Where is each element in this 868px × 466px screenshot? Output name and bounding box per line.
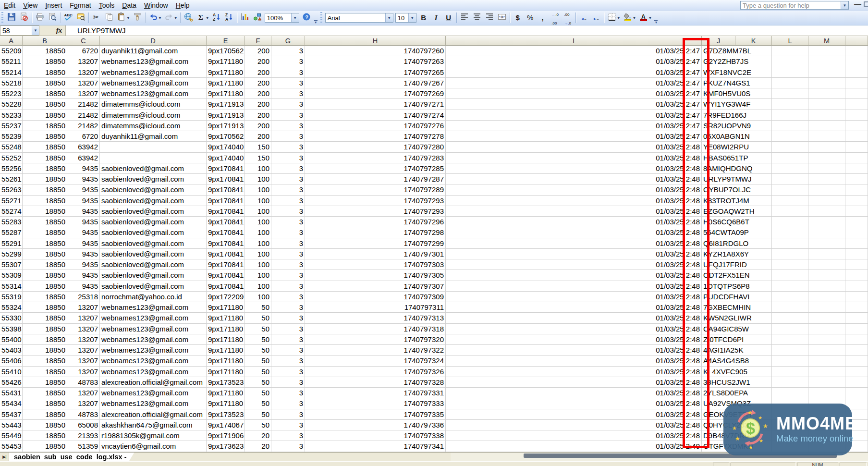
- cell-I[interactable]: 01/03/25 2:48: [446, 367, 702, 377]
- cell-empty[interactable]: [772, 217, 808, 227]
- cell-H[interactable]: 1740797338: [305, 430, 446, 441]
- cell-C[interactable]: 65008: [67, 420, 100, 430]
- cell-I[interactable]: 01/03/25 2:48: [446, 313, 702, 323]
- cell-D[interactable]: saobienloved@gmail.com: [100, 259, 207, 270]
- cell-C[interactable]: 13207: [67, 398, 100, 409]
- cell-I[interactable]: 01/03/25 2:47: [446, 110, 702, 121]
- cell-F[interactable]: 200: [245, 99, 271, 110]
- cell-B[interactable]: 18850: [23, 46, 67, 56]
- formula-input[interactable]: URLYP9TMWJ: [65, 25, 868, 36]
- cell-D[interactable]: webnames123@gmail.com: [100, 67, 207, 78]
- cell-F[interactable]: 100: [245, 227, 271, 238]
- cell-A[interactable]: 55211: [0, 56, 23, 67]
- cell-D[interactable]: saobienloved@gmail.com: [100, 281, 207, 292]
- cell-J[interactable]: URLYP9TMWJ: [702, 174, 772, 184]
- cell-I[interactable]: 01/03/25 2:47: [446, 99, 702, 110]
- cell-B[interactable]: 18850: [23, 131, 67, 142]
- cell-empty[interactable]: [845, 324, 868, 334]
- cell-J[interactable]: 564CWTA09P: [702, 227, 772, 238]
- cell-A[interactable]: 55437: [0, 409, 23, 420]
- cell-empty[interactable]: [845, 377, 868, 388]
- cell-D[interactable]: saobienloved@gmail.com: [100, 206, 207, 217]
- cell-H[interactable]: 1740797260: [305, 46, 446, 56]
- cell-C[interactable]: 9435: [67, 259, 100, 270]
- cell-J[interactable]: HBAS0651TP: [702, 153, 772, 163]
- cell-empty[interactable]: [845, 217, 868, 227]
- cell-J[interactable]: ODT2FX51EN: [702, 270, 772, 281]
- cell-C[interactable]: 13207: [67, 388, 100, 398]
- cell-H[interactable]: 1740797309: [305, 292, 446, 302]
- cell-G[interactable]: 3: [271, 302, 305, 313]
- cell-empty[interactable]: [845, 356, 868, 366]
- cell-empty[interactable]: [772, 249, 808, 259]
- cell-C[interactable]: 13207: [67, 313, 100, 323]
- cell-F[interactable]: 200: [245, 78, 271, 88]
- cell-empty[interactable]: [808, 270, 845, 281]
- cell-C[interactable]: 13207: [67, 334, 100, 345]
- cell-empty[interactable]: [772, 324, 808, 334]
- cell-B[interactable]: 18850: [23, 324, 67, 334]
- cell-J[interactable]: OYBUP7OLJC: [702, 184, 772, 195]
- chevron-down-icon[interactable]: ▼: [648, 16, 652, 20]
- cell-empty[interactable]: [808, 78, 845, 88]
- cell-D[interactable]: norrochmat@yahoo.co.id: [100, 292, 207, 302]
- cell-empty[interactable]: [845, 110, 868, 121]
- sheet-tab-active[interactable]: saobien_sub_use_code_log.xlsx -: [9, 453, 134, 461]
- cell-empty[interactable]: [845, 302, 868, 313]
- cell-A[interactable]: 55403: [0, 345, 23, 356]
- cell-D[interactable]: saobienloved@gmail.com: [100, 249, 207, 259]
- cell-J[interactable]: SR82UOPVN9: [702, 121, 772, 131]
- cell-empty[interactable]: [845, 163, 868, 174]
- menu-insert[interactable]: Insert: [41, 0, 66, 10]
- cell-C[interactable]: 21482: [67, 110, 100, 121]
- cell-D[interactable]: akashkhan6475@gmail.com: [100, 420, 207, 430]
- align-center-button[interactable]: [471, 12, 483, 24]
- cell-F[interactable]: 100: [245, 292, 271, 302]
- cell-G[interactable]: 3: [271, 345, 305, 356]
- cell-empty[interactable]: [808, 88, 845, 99]
- cell-I[interactable]: 01/03/25 2:48: [446, 281, 702, 292]
- cell-empty[interactable]: [808, 184, 845, 195]
- cell-empty[interactable]: [808, 131, 845, 142]
- cell-D[interactable]: saobienloved@gmail.com: [100, 227, 207, 238]
- cell-B[interactable]: 18850: [23, 420, 67, 430]
- cell-D[interactable]: webnames123@gmail.com: [100, 324, 207, 334]
- cell-G[interactable]: 3: [271, 163, 305, 174]
- cell-A[interactable]: 55314: [0, 281, 23, 292]
- merge-center-button[interactable]: a: [496, 12, 508, 24]
- cell-H[interactable]: 1740797265: [305, 67, 446, 78]
- cell-D[interactable]: webnames123@gmail.com: [100, 367, 207, 377]
- cell-E[interactable]: 9px171906: [207, 430, 245, 441]
- column-header-D[interactable]: D: [100, 36, 207, 46]
- cell-A[interactable]: 55261: [0, 174, 23, 184]
- cell-H[interactable]: 1740797328: [305, 377, 446, 388]
- cell-B[interactable]: 18850: [23, 67, 67, 78]
- cell-empty[interactable]: [808, 67, 845, 78]
- cell-D[interactable]: dimatemms@icloud.com: [100, 110, 207, 121]
- cell-empty[interactable]: [845, 313, 868, 323]
- cell-H[interactable]: 1740797322: [305, 345, 446, 356]
- cell-E[interactable]: 9px174040: [207, 153, 245, 163]
- cell-I[interactable]: 01/03/25 2:48: [446, 196, 702, 206]
- cell-A[interactable]: 55263: [0, 184, 23, 195]
- cell-H[interactable]: 1740797320: [305, 334, 446, 345]
- cell-J[interactable]: G2Y2ZHB7JS: [702, 56, 772, 67]
- cell-empty[interactable]: [772, 281, 808, 292]
- cell-D[interactable]: webnames123@gmail.com: [100, 388, 207, 398]
- cell-F[interactable]: 20: [245, 430, 271, 441]
- cell-J[interactable]: ZI0TFCD6PI: [702, 334, 772, 345]
- copy-button[interactable]: [103, 12, 115, 24]
- cell-empty[interactable]: [845, 184, 868, 195]
- cell-F[interactable]: 100: [245, 281, 271, 292]
- cell-C[interactable]: 13207: [67, 302, 100, 313]
- cell-empty[interactable]: [845, 131, 868, 142]
- cell-A[interactable]: 55434: [0, 398, 23, 409]
- cell-G[interactable]: 3: [271, 110, 305, 121]
- cell-F[interactable]: 200: [245, 56, 271, 67]
- cell-empty[interactable]: [808, 227, 845, 238]
- cell-empty[interactable]: [772, 153, 808, 163]
- cell-G[interactable]: 3: [271, 227, 305, 238]
- cell-B[interactable]: 18850: [23, 88, 67, 99]
- cell-J[interactable]: YE08WI2RPU: [702, 142, 772, 152]
- chevron-down-icon[interactable]: ▼: [385, 13, 393, 22]
